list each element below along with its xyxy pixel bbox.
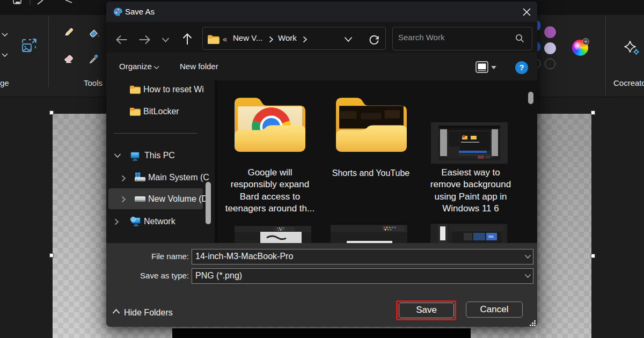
svg-text:WE: WE	[488, 235, 494, 238]
